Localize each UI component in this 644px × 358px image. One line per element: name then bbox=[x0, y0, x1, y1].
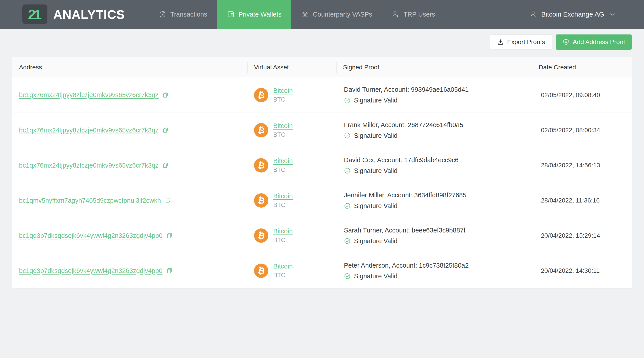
address-link[interactable]: bc1qx76mx24tjpyy8zfczje0mkv9vs65vz6cr7k3… bbox=[19, 91, 158, 99]
check-circle-icon bbox=[344, 167, 350, 174]
tab-private-wallets[interactable]: Private Wallets bbox=[217, 0, 291, 29]
asset-link[interactable]: Bitcoin bbox=[273, 192, 293, 200]
check-circle-icon bbox=[344, 132, 350, 139]
bitcoin-icon: ₿ bbox=[254, 88, 268, 102]
logo-21-badge: 21 bbox=[22, 5, 48, 24]
table-row: bc1qmv5nyffxm7agyh7465d9czpwcfpnul3jf2cw… bbox=[12, 183, 632, 218]
asset-link[interactable]: Bitcoin bbox=[273, 228, 293, 235]
signed-proof-text: Peter Anderson, Account: 1c9c738f25f80a2 bbox=[344, 262, 532, 269]
table-row: bc1qx76mx24tjpyy8zfczje0mkv9vs65vz6cr7k3… bbox=[12, 77, 632, 113]
address-link[interactable]: bc1qd3p7dksqdsejk6vk4ywwl4g2n3263zgdjv4p… bbox=[19, 232, 162, 239]
signature-status-label: Signature Valid bbox=[354, 237, 398, 245]
address-link[interactable]: bc1qx76mx24tjpyy8zfczje0mkv9vs65vz6cr7k3… bbox=[19, 127, 158, 134]
signature-status: Signature Valid bbox=[344, 132, 532, 139]
tab-trp-users[interactable]: TRP Users bbox=[382, 0, 445, 29]
signature-status: Signature Valid bbox=[344, 272, 532, 280]
table-row: bc1qd3p7dksqdsejk6vk4ywwl4g2n3263zgdjv4p… bbox=[12, 253, 632, 288]
add-address-proof-label: Add Address Proof bbox=[573, 39, 625, 46]
tab-label: Counterparty VASPs bbox=[313, 11, 372, 18]
asset-ticker: BTC bbox=[273, 272, 293, 279]
svg-text:¥: ¥ bbox=[162, 13, 164, 16]
asset-ticker: BTC bbox=[273, 202, 293, 209]
asset-ticker: BTC bbox=[273, 237, 293, 244]
copy-icon[interactable] bbox=[166, 267, 173, 274]
add-address-proof-button[interactable]: Add Address Proof bbox=[556, 35, 632, 50]
user-plus-icon bbox=[392, 11, 399, 18]
asset-ticker: BTC bbox=[273, 96, 293, 103]
signature-status-label: Signature Valid bbox=[354, 272, 398, 280]
copy-icon[interactable] bbox=[162, 162, 169, 169]
export-proofs-button[interactable]: Export Proofs bbox=[490, 35, 552, 50]
column-header-signed-proof: Signed Proof bbox=[336, 57, 532, 77]
bitcoin-icon: ₿ bbox=[254, 158, 268, 173]
tab-label: Private Wallets bbox=[238, 11, 282, 18]
address-link[interactable]: bc1qd3p7dksqdsejk6vk4ywwl4g2n3263zgdjv4p… bbox=[19, 267, 162, 274]
chevron-down-icon bbox=[610, 12, 616, 17]
signed-proof-text: Jennifer Miller, Account: 3634ffd898f276… bbox=[344, 192, 532, 199]
user-menu[interactable]: Bitcoin Exchange AG bbox=[530, 11, 616, 18]
brand-name: ANALYTICS bbox=[53, 7, 125, 22]
table-row: bc1qx76mx24tjpyy8zfczje0mkv9vs65vz6cr7k3… bbox=[12, 148, 632, 183]
check-circle-icon bbox=[344, 202, 350, 209]
asset-link[interactable]: Bitcoin bbox=[273, 157, 293, 165]
download-icon bbox=[497, 39, 504, 46]
wallet-icon bbox=[227, 11, 234, 18]
tab-label: TRP Users bbox=[404, 11, 435, 18]
bitcoin-icon: ₿ bbox=[254, 193, 268, 208]
person-icon bbox=[530, 11, 537, 18]
copy-icon[interactable] bbox=[164, 197, 171, 204]
bitcoin-icon: ₿ bbox=[254, 123, 268, 137]
toolbar: Export Proofs Add Address Proof bbox=[0, 29, 644, 50]
asset-link[interactable]: Bitcoin bbox=[273, 122, 293, 130]
copy-icon[interactable] bbox=[162, 92, 169, 99]
asset-ticker: BTC bbox=[273, 131, 293, 138]
signed-proof-text: Sarah Turner, Account: beee63ef3c9b887f bbox=[344, 227, 532, 234]
tab-transactions[interactable]: ¥ Transactions bbox=[149, 0, 217, 29]
column-header-date-created: Date Created bbox=[532, 57, 632, 77]
signature-status-label: Signature Valid bbox=[354, 132, 398, 139]
date-created: 28/04/2022, 14:56:13 bbox=[532, 162, 632, 169]
date-created: 28/04/2022, 11:36:16 bbox=[532, 197, 632, 204]
export-proofs-label: Export Proofs bbox=[507, 39, 545, 46]
logo-badge-number: 21 bbox=[28, 7, 40, 22]
asset-link[interactable]: Bitcoin bbox=[273, 87, 293, 94]
address-link[interactable]: bc1qmv5nyffxm7agyh7465d9czpwcfpnul3jf2cw… bbox=[19, 197, 161, 204]
check-circle-icon bbox=[344, 273, 350, 279]
top-nav: 21 ANALYTICS ¥ Transactions Private Wall… bbox=[0, 0, 644, 29]
user-menu-label: Bitcoin Exchange AG bbox=[541, 11, 604, 18]
asset-ticker: BTC bbox=[273, 166, 293, 173]
table-row: bc1qd3p7dksqdsejk6vk4ywwl4g2n3263zgdjv4p… bbox=[12, 218, 632, 253]
asset-link[interactable]: Bitcoin bbox=[273, 263, 293, 270]
signature-status: Signature Valid bbox=[344, 167, 532, 175]
bitcoin-icon: ₿ bbox=[254, 264, 268, 278]
date-created: 20/04/2022, 15:29:14 bbox=[532, 232, 632, 239]
table-header: Address Virtual Asset Signed Proof Date … bbox=[12, 57, 632, 77]
column-header-address: Address bbox=[12, 57, 247, 77]
shield-certificate-icon bbox=[562, 39, 570, 46]
address-link[interactable]: bc1qx76mx24tjpyy8zfczje0mkv9vs65vz6cr7k3… bbox=[19, 162, 158, 169]
signed-proof-text: David Cox, Account: 17dfc9dab4ecc9c6 bbox=[344, 156, 532, 164]
signature-status-label: Signature Valid bbox=[354, 167, 398, 175]
address-proofs-table: Address Virtual Asset Signed Proof Date … bbox=[12, 57, 632, 288]
bitcoin-icon: ₿ bbox=[254, 228, 268, 243]
copy-icon[interactable] bbox=[166, 232, 173, 239]
column-header-virtual-asset: Virtual Asset bbox=[247, 57, 336, 77]
check-circle-icon bbox=[344, 97, 350, 104]
date-created: 20/04/2022, 14:30:11 bbox=[532, 267, 632, 274]
date-created: 02/05/2022, 08:00:34 bbox=[532, 127, 632, 134]
signature-status: Signature Valid bbox=[344, 237, 532, 245]
tab-label: Transactions bbox=[170, 11, 207, 18]
nav-tabs: ¥ Transactions Private Wallets Counterpa… bbox=[149, 0, 445, 29]
tab-counterparty-vasps[interactable]: Counterparty VASPs bbox=[291, 0, 382, 29]
check-circle-icon bbox=[344, 238, 350, 244]
signed-proof-text: David Turner, Account: 993949ae16a05d41 bbox=[344, 86, 532, 93]
currency-exchange-icon: ¥ bbox=[159, 11, 166, 18]
signed-proof-text: Frank Miller, Account: 2687724c614fb0a5 bbox=[344, 121, 532, 129]
copy-icon[interactable] bbox=[162, 127, 169, 134]
date-created: 02/05/2022, 09:08:40 bbox=[532, 92, 632, 99]
brand-logo[interactable]: 21 ANALYTICS bbox=[22, 5, 125, 24]
signature-status: Signature Valid bbox=[344, 97, 532, 104]
table-row: bc1qx76mx24tjpyy8zfczje0mkv9vs65vz6cr7k3… bbox=[12, 113, 632, 148]
signature-status-label: Signature Valid bbox=[354, 202, 398, 210]
signature-status: Signature Valid bbox=[344, 202, 532, 210]
